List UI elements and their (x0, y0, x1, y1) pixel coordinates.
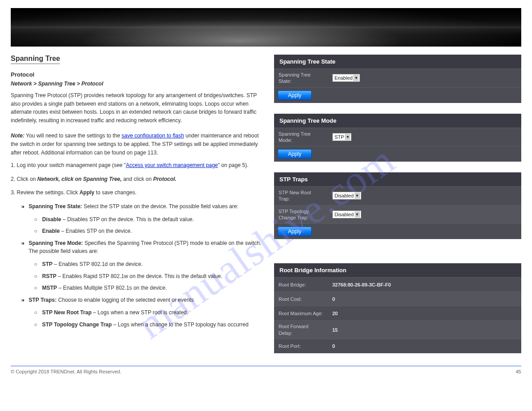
note-link-save-config[interactable]: save configuration to flash (122, 133, 184, 139)
state-label: Spanning Tree State: (274, 69, 328, 87)
b1-text: Select the STP state on the device. The … (82, 203, 238, 210)
footer: © Copyright 2018 TRENDnet. All Rights Re… (11, 369, 521, 374)
step2-text: 2. Click on (11, 176, 37, 182)
rb-value-2: 20 (328, 308, 521, 319)
right-column: Spanning Tree State Spanning Tree State:… (274, 55, 521, 353)
step2-path: Network, click on Spanning Tree, (37, 176, 122, 182)
mode-select[interactable]: STP (332, 133, 352, 141)
root-bridge-row-2: Root Maximum Age: 20 (274, 306, 521, 320)
b1b: Enable – Enables STP on the device. (42, 227, 262, 235)
apply-button-mode[interactable]: Apply (278, 149, 312, 159)
step-3: 3. Review the settings. Click Apply to s… (11, 188, 262, 197)
root-bridge-row-3: Root Forward Delay: 15 (274, 320, 521, 339)
root-bridge-row-0: Root Bridge: 32768:80-26-89-3C-BF-F0 (274, 277, 521, 291)
trap-root-row: STP New Root Trap: Disabled (274, 186, 521, 205)
bullet-spanning-state: Spanning Tree State: Select the STP stat… (29, 202, 262, 235)
b1b-text: – Enables STP on the device. (60, 228, 132, 234)
rb-value-3: 15 (328, 325, 521, 335)
b2a-text: – Enables STP 802.1d on the device. (52, 261, 142, 267)
nav-path: Network > Spanning Tree > Protocol (11, 81, 262, 87)
b2c-text: – Enables Multiple STP 802.1s on the dev… (57, 285, 167, 291)
step-2: 2. Click on Network, click on Spanning T… (11, 175, 262, 184)
spanning-tree-state-panel: Spanning Tree State Spanning Tree State:… (274, 55, 521, 103)
state-select[interactable]: Enabled (332, 74, 360, 82)
left-column: Spanning Tree Protocol Network > Spannin… (11, 55, 262, 353)
rb-label-1: Root Cost: (274, 293, 328, 305)
steps-list: 1. Log into your switch management page … (11, 161, 262, 197)
root-bridge-panel: Root Bridge Information Root Bridge: 327… (274, 263, 521, 353)
root-bridge-row-4: Root Port: 0 (274, 339, 521, 353)
note-label: Note: (11, 133, 25, 139)
mode-label: Spanning Tree Mode: (274, 128, 328, 146)
step1-pre: 1. Log into your switch management page … (11, 162, 126, 168)
bullet-list-level1: Spanning Tree State: Select the STP stat… (11, 202, 262, 329)
mode-row: Spanning Tree Mode: STP (274, 128, 521, 146)
root-bridge-header: Root Bridge Information (274, 263, 521, 277)
step2-path2: Protocol. (153, 176, 176, 182)
bullet-stp-traps: STP Traps: Choose to enable logging of t… (29, 296, 262, 329)
b1a-label: Disable (42, 216, 61, 223)
rb-label-3: Root Forward Delay: (274, 321, 328, 339)
footer-divider (11, 366, 521, 366)
spanning-tree-mode-panel: Spanning Tree Mode Spanning Tree Mode: S… (274, 114, 521, 162)
mode-apply-row: Apply (274, 146, 521, 162)
step3-bold: Apply (79, 189, 94, 196)
state-panel-header: Spanning Tree State (274, 55, 521, 68)
step1-link[interactable]: Access your switch management page (126, 162, 218, 168)
traps-apply-row: Apply (274, 223, 521, 239)
note-block: Note: You will need to save the settings… (11, 132, 262, 157)
b2a: STP – Enables STP 802.1d on the device. (42, 260, 262, 269)
intro-paragraph: Spanning Tree Protocol (STP) provides ne… (11, 91, 262, 124)
rb-label-2: Root Maximum Age: (274, 308, 328, 319)
step3-text: 3. Review the settings. Click (11, 189, 79, 196)
trap-topo-label: STP Topology Change Trap: (274, 206, 328, 224)
b3b-label: STP Topology Change Trap (42, 321, 112, 328)
trap-root-select[interactable]: Disabled (332, 192, 361, 200)
stp-traps-panel: STP Traps STP New Root Trap: Disabled ST… (274, 172, 521, 239)
b3-label: STP Traps: (29, 297, 56, 303)
b2b-text: – Enables Rapid STP 802.1w on the device… (56, 273, 222, 279)
sub-b1: Disable – Disables STP on the device. Th… (29, 215, 262, 235)
root-bridge-row-1: Root Cost: 0 (274, 291, 521, 306)
b2c-label: MSTP (42, 285, 57, 291)
page-number: 45 (516, 369, 521, 374)
traps-panel-header: STP Traps (274, 172, 521, 186)
b3-text: Choose to enable logging of the selected… (56, 297, 193, 303)
trap-topo-select[interactable]: Disabled (332, 210, 361, 218)
trap-root-label: STP New Root Trap: (274, 187, 328, 205)
b2b: RSTP – Enables Rapid STP 802.1w on the d… (42, 272, 262, 281)
step-1: 1. Log into your switch management page … (11, 161, 262, 170)
note-end: 113. (148, 150, 158, 156)
apply-button-traps[interactable]: Apply (278, 227, 312, 236)
note-text-1: You will need to save the settings to th… (26, 133, 122, 139)
sub-b3: STP New Root Trap – Logs when a new STP … (29, 308, 262, 329)
section-title: Spanning Tree (11, 55, 60, 64)
step1-post: " on page 5). (218, 162, 249, 168)
state-apply-row: Apply (274, 87, 521, 103)
rb-value-1: 0 (328, 294, 521, 304)
rb-value-0: 32768:80-26-89-3C-BF-F0 (328, 279, 521, 290)
b3a-text: – Logs when a new STP root is created. (91, 309, 188, 316)
b2-label: Spanning Tree Mode: (29, 240, 83, 246)
b2a-label: STP (42, 261, 52, 267)
b1b-label: Enable (42, 228, 60, 234)
bullet-spanning-mode: Spanning Tree Mode: Specifies the Spanni… (29, 239, 262, 292)
mode-panel-header: Spanning Tree Mode (274, 114, 521, 128)
rb-value-4: 0 (328, 341, 521, 351)
state-row: Spanning Tree State: Enabled (274, 68, 521, 87)
b3b-text: – Logs when a change to the STP topology… (112, 321, 249, 328)
rb-label-4: Root Port: (274, 340, 328, 352)
protocol-heading: Protocol (11, 71, 262, 78)
b3b: STP Topology Change Trap – Logs when a c… (42, 321, 262, 329)
b1a: Disable – Disables STP on the device. Th… (42, 215, 262, 224)
b1-label: Spanning Tree State: (29, 203, 82, 210)
top-banner (11, 8, 521, 47)
b1a-text: – Disables STP on the device. This is th… (61, 216, 194, 223)
rb-label-0: Root Bridge: (274, 279, 328, 291)
trap-topo-row: STP Topology Change Trap: Disabled (274, 205, 521, 224)
b2c: MSTP – Enables Multiple STP 802.1s on th… (42, 284, 262, 292)
step2-text2: and click on (122, 176, 153, 182)
b3a: STP New Root Trap – Logs when a new STP … (42, 308, 262, 317)
apply-button-state[interactable]: Apply (278, 90, 312, 100)
step3-text2: to save changes. (94, 189, 137, 196)
